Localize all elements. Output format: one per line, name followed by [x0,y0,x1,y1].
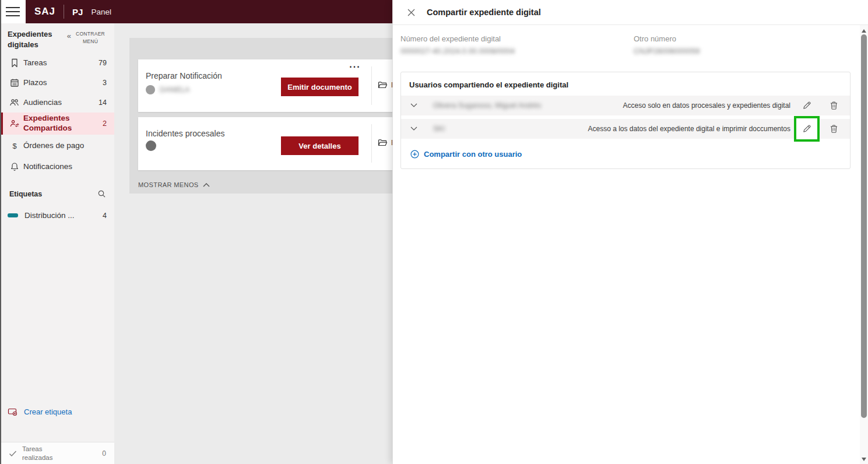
user-row[interactable]: SKI Acesso a los datos del expediente di… [401,119,850,139]
search-icon[interactable] [97,189,106,198]
card-divider [371,124,372,163]
field-value-redacted: 0000027-40.2024.0.00.0008/0004 [400,47,515,55]
app-abbreviation: PJ [72,7,83,17]
edit-pencil-icon[interactable] [794,96,820,115]
create-tag-label: Crear etiqueta [24,407,72,416]
top-bar: SAJ PJ Panel [26,0,392,23]
users-sharing-card: Usuarios compartiendo el expediente digi… [400,72,851,169]
sidebar-item-notificaciones[interactable]: Notificaciones [0,157,114,177]
sidebar-item-count: 79 [99,59,107,67]
tag-item-distribucion[interactable]: Distribución ... 4 [0,211,114,220]
sidebar-item-audiencias[interactable]: Audiencias 14 [0,93,114,113]
highlighted-edit-pencil-icon[interactable] [794,116,820,142]
card-divider [371,66,372,105]
folder-icon [378,138,388,147]
close-icon[interactable] [406,8,416,17]
subject-name-redacted: DANIELA [160,86,189,94]
hamburger-button[interactable] [0,0,26,23]
avatar [146,85,155,94]
show-less-button[interactable]: MOSTRAR MENOS [138,181,210,188]
sidebar-item-expedientes-compartidos[interactable]: Expedientes Compartidos 2 [0,113,114,135]
check-icon [8,449,17,458]
plus-circle-icon [410,150,419,159]
sidebar-item-count: 14 [99,99,107,107]
field-otro-numero: Otro número CNJP26006000059 [634,34,700,55]
expediente-link[interactable]: E [378,80,392,89]
share-drawer: Compartir expediente digital Número del … [392,0,868,464]
drawer-scrollbar[interactable] [860,25,868,464]
sidebar-title: Expedientes digitales [8,29,61,50]
user-name-redacted: Olivera Suganoso, Miguel Andrés [433,101,542,110]
sidebar-item-ordenes-de-pago[interactable]: $ Órdenes de pago [0,135,114,157]
footer-label: Tareas realizadas [22,445,64,462]
scroll-down-arrow-icon[interactable] [862,458,866,461]
ver-detalles-button[interactable]: Ver detalles [281,136,359,155]
sidebar-footer-tareas-realizadas[interactable]: Tareas realizadas 0 [0,442,114,464]
field-label: Otro número [634,34,700,43]
scrollbar-thumb[interactable] [861,34,867,418]
card-title: Preparar Notificación [146,71,222,80]
double-chevron-left-icon: « [67,32,71,40]
expediente-link[interactable]: E [378,138,392,147]
share-with-other-user-label: Compartir con otro usuario [424,150,522,159]
task-cards-panel: Preparar Notificación DANIELA ... Emitir… [129,38,392,194]
hamburger-icon [6,4,20,19]
tag-color-pill [8,213,18,217]
sidebar-item-plazos[interactable]: Plazos 3 [0,73,114,93]
task-card-incidentes-procesales: Incidentes procesales Ver detalles E [138,117,392,170]
sidebar-item-label: Tareas [23,58,99,68]
sidebar: Expedientes digitales « CONTRAER MENÚ Ta… [0,23,114,464]
sidebar-item-label: Órdenes de pago [23,141,107,151]
access-level-text: Acceso solo en datos procesales y expedi… [623,101,790,110]
sidebar-item-label: Audiencias [23,98,99,108]
avatar [146,140,156,151]
tag-label: Distribución ... [24,211,103,220]
field-value-redacted: CNJP26006000059 [634,47,700,55]
field-numero-expediente: Número del expediente digital 0000027-40… [400,34,515,55]
tags-section-title: Etiquetas [9,190,42,198]
drawer-header: Compartir expediente digital [393,0,868,25]
sidebar-item-count: 3 [103,79,107,87]
people-icon [6,98,23,107]
share-with-other-user-button[interactable]: Compartir con otro usuario [401,142,850,168]
topbar-divider [64,5,64,19]
window-edge [0,0,1,464]
topbar-page-title: Panel [91,8,111,16]
app-logo: SAJ [34,6,55,17]
chevron-down-icon[interactable] [410,103,418,108]
main-content: Preparar Notificación DANIELA ... Emitir… [114,23,392,464]
calendar-icon [6,78,23,87]
bell-icon [6,162,23,171]
access-level-text: Acesso a los datos del expediente digita… [588,125,790,133]
more-options-icon[interactable]: ... [343,61,367,69]
chevron-down-icon[interactable] [410,126,418,131]
task-card-preparar-notificacion: Preparar Notificación DANIELA ... Emitir… [138,59,392,112]
emitir-documento-button[interactable]: Emitir documento [281,78,359,96]
folder-icon [378,80,388,89]
create-tag-button[interactable]: Crear etiqueta [8,407,72,416]
drawer-title: Compartir expediente digital [427,8,541,17]
sidebar-item-tareas[interactable]: Tareas 79 [0,53,114,73]
delete-trash-icon[interactable] [823,119,844,139]
footer-count: 0 [102,449,106,458]
user-row[interactable]: Olivera Suganoso, Miguel Andrés Acceso s… [401,96,850,115]
svg-text:$: $ [12,142,17,150]
tag-plus-icon [8,407,18,416]
sidebar-item-label: Plazos [23,78,103,88]
users-section-title: Usuarios compartiendo el expediente digi… [401,72,850,96]
user-name-redacted: SKI [433,125,445,133]
scroll-up-arrow-icon[interactable] [862,29,866,33]
collapse-menu-label: CONTRAER MENÚ [73,30,107,45]
delete-trash-icon[interactable] [823,96,844,115]
chevron-up-icon [203,182,210,187]
card-title: Incidentes procesales [146,129,224,138]
tag-count: 4 [103,212,107,220]
person-share-icon [6,119,23,128]
bookmark-icon [6,58,23,68]
collapse-menu-button[interactable]: « CONTRAER MENÚ [67,30,107,50]
show-less-label: MOSTRAR MENOS [138,181,199,188]
sidebar-item-count: 2 [103,119,107,128]
sidebar-item-label: Notificaciones [23,162,107,172]
field-label: Número del expediente digital [400,34,515,43]
dollar-icon: $ [6,141,23,150]
